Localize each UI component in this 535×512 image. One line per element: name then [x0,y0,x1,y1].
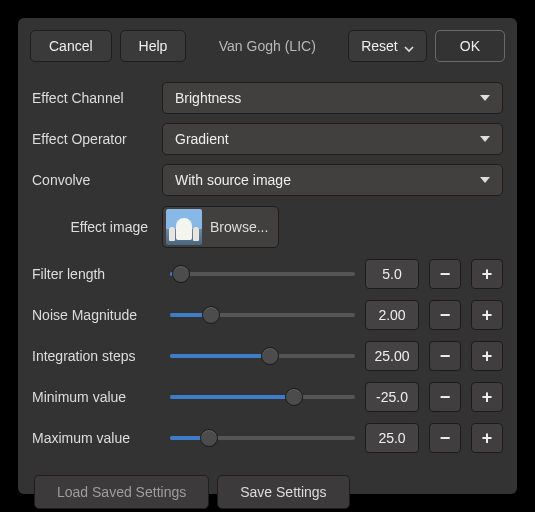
slider-maximum-value[interactable] [170,428,355,448]
slider-integration-steps[interactable] [170,346,355,366]
slider-noise-magnitude[interactable] [170,305,355,325]
row-effect-image: Effect image Browse... [32,203,503,251]
row-noise-magnitude: Noise Magnitude 2.00 − + [32,297,503,333]
dropdown-arrow-icon [480,136,490,142]
label-minimum-value: Minimum value [32,389,160,405]
value-noise-magnitude[interactable]: 2.00 [365,300,419,330]
effect-image-thumbnail [166,209,202,245]
select-convolve-value: With source image [175,172,291,188]
decrement-filter-length[interactable]: − [429,259,461,289]
row-filter-length: Filter length 5.0 − + [32,256,503,292]
decrement-minimum-value[interactable]: − [429,382,461,412]
decrement-integration-steps[interactable]: − [429,341,461,371]
label-convolve: Convolve [32,172,152,188]
label-filter-length: Filter length [32,266,160,282]
select-convolve[interactable]: With source image [162,164,503,196]
browse-effect-image[interactable]: Browse... [162,206,279,248]
increment-noise-magnitude[interactable]: + [471,300,503,330]
toolbar: Cancel Help Van Gogh (LIC) Reset OK [30,30,505,62]
row-maximum-value: Maximum value 25.0 − + [32,420,503,456]
slider-filter-length[interactable] [170,264,355,284]
dropdown-arrow-icon [480,95,490,101]
ok-button[interactable]: OK [435,30,505,62]
increment-maximum-value[interactable]: + [471,423,503,453]
increment-filter-length[interactable]: + [471,259,503,289]
load-settings-button[interactable]: Load Saved Settings [34,475,209,509]
cancel-button[interactable]: Cancel [30,30,112,62]
row-integration-steps: Integration steps 25.00 − + [32,338,503,374]
browse-label: Browse... [210,219,268,235]
value-filter-length[interactable]: 5.0 [365,259,419,289]
select-effect-channel[interactable]: Brightness [162,82,503,114]
row-effect-operator: Effect Operator Gradient [32,121,503,157]
value-integration-steps[interactable]: 25.00 [365,341,419,371]
select-effect-operator-value: Gradient [175,131,229,147]
reset-button[interactable]: Reset [348,30,427,62]
label-maximum-value: Maximum value [32,430,160,446]
label-effect-image: Effect image [32,219,152,235]
footer: Load Saved Settings Save Settings [32,475,503,509]
select-effect-operator[interactable]: Gradient [162,123,503,155]
select-effect-channel-value: Brightness [175,90,241,106]
dialog-title: Van Gogh (LIC) [194,38,340,54]
dialog-panel: Cancel Help Van Gogh (LIC) Reset OK Effe… [18,18,517,494]
help-button[interactable]: Help [120,30,187,62]
decrement-noise-magnitude[interactable]: − [429,300,461,330]
increment-minimum-value[interactable]: + [471,382,503,412]
reset-label: Reset [361,38,398,54]
save-settings-button[interactable]: Save Settings [217,475,349,509]
row-convolve: Convolve With source image [32,162,503,198]
label-effect-channel: Effect Channel [32,90,152,106]
value-minimum-value[interactable]: -25.0 [365,382,419,412]
value-maximum-value[interactable]: 25.0 [365,423,419,453]
decrement-maximum-value[interactable]: − [429,423,461,453]
label-integration-steps: Integration steps [32,348,160,364]
dropdown-arrow-icon [480,177,490,183]
row-minimum-value: Minimum value -25.0 − + [32,379,503,415]
label-noise-magnitude: Noise Magnitude [32,307,160,323]
row-effect-channel: Effect Channel Brightness [32,80,503,116]
slider-minimum-value[interactable] [170,387,355,407]
chevron-down-icon [404,41,414,51]
label-effect-operator: Effect Operator [32,131,152,147]
form: Effect Channel Brightness Effect Operato… [30,80,505,509]
increment-integration-steps[interactable]: + [471,341,503,371]
